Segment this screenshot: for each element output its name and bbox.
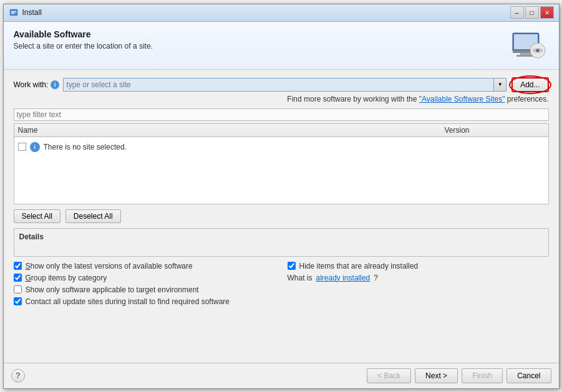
add-button[interactable]: Add... (511, 77, 548, 92)
deselect-all-button[interactable]: Deselect All (65, 209, 121, 223)
header-panel: Available Software Select a site or ente… (4, 22, 559, 70)
titlebar: Install – □ ✕ (4, 4, 559, 22)
content-area: Available Software Select a site or ente… (4, 22, 559, 388)
already-installed-link[interactable]: already installed (316, 274, 371, 282)
svg-point-11 (536, 49, 538, 51)
svg-rect-0 (10, 9, 17, 16)
software-sites-row: Find more software by working with the "… (14, 95, 549, 103)
empty-message: There is no site selected. (44, 143, 127, 151)
select-all-button[interactable]: Select All (14, 209, 61, 223)
close-button[interactable]: ✕ (540, 6, 554, 19)
footer: ? < Back Next > Finish Cancel (4, 363, 559, 388)
empty-row-checkbox[interactable] (18, 143, 26, 151)
latest-versions-label: Show only the latest versions of availab… (26, 262, 193, 270)
work-with-row: Work with: i ▼ Add... (14, 77, 549, 92)
svg-rect-6 (520, 53, 531, 55)
col-name-header: Name (18, 126, 445, 135)
header-icon (509, 29, 549, 62)
table-empty-row: i There is no site selected. (18, 140, 545, 155)
back-button[interactable]: < Back (367, 368, 411, 383)
already-installed-prefix: What is (288, 274, 312, 282)
header-text: Available Software Select a site or ente… (14, 29, 153, 50)
filter-row (14, 108, 549, 121)
group-category-label: Group items by category (26, 274, 107, 282)
available-software-sites-link[interactable]: "Available Software Sites" (419, 95, 505, 103)
minimize-button[interactable]: – (510, 6, 524, 19)
cancel-button[interactable]: Cancel (506, 368, 551, 383)
option-already-installed: What is already installed ? (288, 274, 549, 282)
work-with-label: Work with: (14, 80, 49, 89)
finish-button[interactable]: Finish (462, 368, 503, 383)
group-category-checkbox[interactable] (14, 274, 22, 282)
option-group-category: Group items by category (14, 274, 275, 282)
install-window: Install – □ ✕ Available Software Select … (3, 4, 560, 389)
empty-info-icon: i (30, 142, 40, 152)
latest-versions-checkbox[interactable] (14, 262, 22, 270)
info-icon: i (51, 80, 59, 89)
option-hide-installed: Hide items that are already installed (288, 262, 549, 270)
already-installed-suffix: ? (374, 274, 378, 282)
next-button[interactable]: Next > (415, 368, 458, 383)
col-version-header: Version (445, 126, 545, 135)
options-area: Show only the latest versions of availab… (14, 262, 549, 306)
hide-installed-checkbox[interactable] (288, 262, 296, 270)
contact-sites-checkbox[interactable] (14, 297, 22, 305)
filter-input[interactable] (14, 108, 549, 121)
details-title: Details (19, 232, 543, 241)
options-right: Hide items that are already installed Wh… (288, 262, 549, 306)
svg-rect-1 (11, 11, 16, 12)
software-sites-prefix: Find more software by working with the (287, 95, 419, 103)
table-header: Name Version (14, 124, 548, 137)
options-left: Show only the latest versions of availab… (14, 262, 275, 306)
details-panel: Details (14, 228, 549, 257)
selection-buttons: Select All Deselect All (14, 209, 549, 223)
main-panel: Work with: i ▼ Add... Find more software… (4, 70, 559, 363)
hide-installed-label: Hide items that are already installed (299, 262, 419, 270)
help-button[interactable]: ? (11, 369, 25, 383)
window-controls: – □ ✕ (510, 6, 554, 19)
window-title: Install (22, 8, 510, 17)
dropdown-arrow[interactable]: ▼ (494, 78, 506, 92)
option-latest-versions: Show only the latest versions of availab… (14, 262, 275, 270)
table-body: i There is no site selected. (14, 137, 548, 204)
window-icon (9, 7, 19, 17)
software-table: Name Version i There is no site selected… (14, 123, 549, 204)
page-title: Available Software (14, 29, 153, 39)
work-with-input[interactable] (63, 78, 494, 92)
software-sites-suffix: preferences. (507, 95, 549, 103)
contact-sites-label: Contact all update sites during install … (26, 297, 230, 306)
target-env-label: Show only software applicable to target … (26, 285, 199, 294)
page-subtitle: Select a site or enter the location of a… (14, 42, 153, 50)
option-contact-sites: Contact all update sites during install … (14, 297, 275, 306)
target-env-checkbox[interactable] (14, 285, 22, 294)
svg-rect-2 (11, 13, 14, 14)
option-target-env: Show only software applicable to target … (14, 285, 275, 294)
maximize-button[interactable]: □ (525, 6, 539, 19)
